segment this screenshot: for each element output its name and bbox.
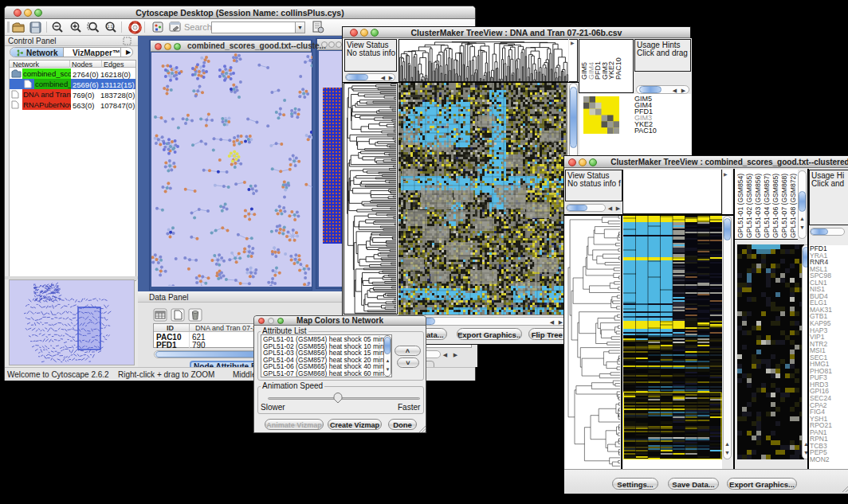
svg-text:GPL51-02 (GSM855): GPL51-02 (GSM855) — [745, 174, 753, 238]
svg-text:PAC10: PAC10 — [614, 57, 622, 80]
svg-text:GPL51-07 (GSM868): GPL51-07 (GSM868) — [780, 174, 788, 238]
svg-text:GPL51-06 (GSM865): GPL51-06 (GSM865) — [771, 174, 779, 238]
svg-text:GPL51-04 (GSM857): GPL51-04 (GSM857) — [763, 174, 771, 238]
svg-text:GPL51-01 (GSM854): GPL51-01 (GSM854) — [736, 174, 744, 238]
svg-text:1:1: 1:1 — [108, 24, 113, 29]
svg-text:GPL51-08 (GSM872): GPL51-08 (GSM872) — [789, 174, 797, 238]
svg-text:GPL51-03 (GSM856): GPL51-03 (GSM856) — [754, 174, 762, 238]
